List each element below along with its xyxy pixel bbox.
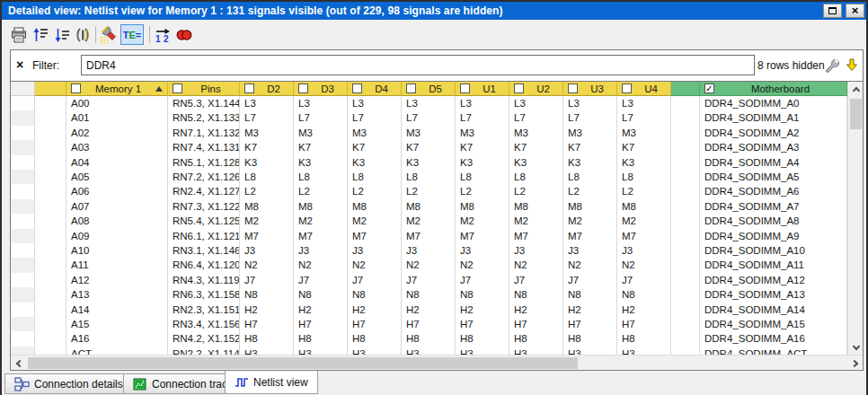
pins-cell[interactable]: RN2.3, X1.151	[168, 303, 240, 317]
chip-cell-u1[interactable]: H2	[456, 303, 509, 317]
chip-cell-u3[interactable]: M3	[563, 126, 617, 140]
chip-cell-d2[interactable]: M8	[240, 199, 294, 214]
tab-connection-details[interactable]: Connection details	[4, 373, 133, 394]
scroll-up-button[interactable]	[848, 82, 864, 97]
chip-cell-d3[interactable]: J7	[294, 273, 348, 287]
chip-cell-d5[interactable]: J7	[402, 273, 456, 287]
table-row[interactable]: A02RN7.1, X1.132M3M3M3M3M3M3M3M3DDR4_SOD…	[11, 126, 847, 140]
chip-cell-u3[interactable]: J7	[563, 273, 617, 287]
chip-cell-u4[interactable]: M3	[617, 126, 671, 140]
signal-cell[interactable]: A03	[66, 140, 168, 154]
chip-cell-d4[interactable]: L3	[348, 96, 402, 110]
motherboard-cell[interactable]: DDR4_SODIMM_A12	[700, 273, 847, 287]
chip-cell-d2[interactable]: H3	[240, 347, 294, 355]
close-button[interactable]: ×	[846, 4, 864, 18]
chip-cell-d4[interactable]: N8	[348, 287, 402, 302]
chip-cell-d5[interactable]: N8	[402, 287, 456, 302]
chip-cell-d4[interactable]: M2	[348, 214, 402, 228]
signal-cell[interactable]: A09	[66, 229, 168, 243]
chip-cell-d3[interactable]: J3	[294, 243, 348, 258]
chip-cell-u3[interactable]: L8	[563, 170, 617, 184]
chip-cell-d3[interactable]: K3	[294, 155, 348, 170]
column-header-d3[interactable]: D3	[294, 82, 348, 96]
chip-cell-u4[interactable]: N8	[617, 287, 671, 302]
chip-cell-u2[interactable]: H8	[509, 331, 563, 346]
chip-cell-d4[interactable]: K7	[348, 140, 402, 154]
highlight-filter-button[interactable]	[99, 24, 119, 45]
chip-cell-d5[interactable]: N2	[402, 258, 456, 272]
chip-cell-u2[interactable]: K3	[509, 155, 563, 170]
chip-cell-d4[interactable]: J7	[348, 273, 402, 287]
chip-cell-u4[interactable]: M8	[617, 199, 671, 214]
signal-cell[interactable]: A14	[66, 303, 168, 317]
signal-cell[interactable]: ACT	[66, 347, 168, 355]
chip-cell-d4[interactable]: H2	[348, 303, 402, 317]
chip-cell-d4[interactable]: H8	[348, 331, 402, 346]
chip-cell-d5[interactable]: L2	[402, 184, 456, 198]
chip-cell-u4[interactable]: N2	[617, 258, 671, 272]
horizontal-scroll-thumb[interactable]	[28, 357, 578, 369]
chip-cell-u3[interactable]: M7	[563, 229, 617, 243]
clear-filter-button[interactable]: ×	[16, 57, 23, 72]
pins-cell[interactable]: RN3.1, X1.146	[168, 243, 240, 258]
maximize-button[interactable]	[823, 4, 842, 18]
signal-cell[interactable]: A04	[66, 155, 168, 170]
chip-cell-u1[interactable]: K3	[456, 155, 509, 170]
motherboard-cell[interactable]: DDR4_SODIMM_A7	[700, 199, 847, 214]
table-row[interactable]: A10RN3.1, X1.146J3J3J3J3J3J3J3J3DDR4_SOD…	[11, 243, 847, 258]
chip-cell-d2[interactable]: K3	[240, 155, 294, 170]
chip-cell-u2[interactable]: L8	[509, 170, 563, 184]
signal-cell[interactable]: A06	[66, 184, 168, 198]
chip-cell-u3[interactable]: L7	[563, 110, 617, 125]
table-row[interactable]: A14RN2.3, X1.151H2H2H2H2H2H2H2H2DDR4_SOD…	[11, 303, 847, 317]
chip-cell-d4[interactable]: N2	[348, 258, 402, 272]
apply-filter-down-button[interactable]	[846, 58, 858, 75]
chip-cell-d3[interactable]: H3	[294, 347, 348, 355]
chip-cell-u4[interactable]: L8	[617, 170, 671, 184]
table-row[interactable]: A03RN7.4, X1.131K7K7K7K7K7K7K7K7DDR4_SOD…	[11, 140, 847, 154]
motherboard-cell[interactable]: DDR4_SODIMM_A3	[700, 140, 847, 154]
pins-cell[interactable]: RN2.4, X1.127	[168, 184, 240, 198]
chip-cell-d2[interactable]: L3	[240, 96, 294, 110]
signal-cell[interactable]: A16	[66, 331, 168, 346]
signal-cell[interactable]: A07	[66, 199, 168, 214]
motherboard-cell[interactable]: DDR4_SODIMM_A10	[700, 243, 847, 258]
chip-cell-d2[interactable]: J3	[240, 243, 294, 258]
chip-cell-d5[interactable]: M2	[402, 214, 456, 228]
chip-cell-d3[interactable]: L2	[294, 184, 348, 198]
pins-checkbox[interactable]	[173, 83, 182, 93]
motherboard-checkbox[interactable]: ✓	[704, 83, 714, 93]
table-row[interactable]: A08RN5.4, X1.125M2M2M2M2M2M2M2M2DDR4_SOD…	[11, 214, 847, 228]
chip-cell-u3[interactable]: L2	[563, 184, 617, 198]
signal-cell[interactable]: A10	[66, 243, 168, 258]
pins-cell[interactable]: RN7.2, X1.126	[168, 170, 240, 184]
chip-cell-d2[interactable]: H7	[240, 317, 294, 331]
chip-cell-u4[interactable]: L7	[617, 110, 671, 125]
table-row[interactable]: A16RN4.2, X1.152H8H8H8H8H8H8H8H8DDR4_SOD…	[11, 331, 847, 346]
column-header-u2[interactable]: U2	[509, 82, 563, 96]
chip-cell-d2[interactable]: M2	[240, 214, 294, 228]
table-row[interactable]: A07RN7.3, X1.122M8M8M8M8M8M8M8M8DDR4_SOD…	[11, 199, 847, 214]
chip-cell-d2[interactable]: N8	[240, 287, 294, 302]
d3-checkbox[interactable]	[298, 83, 308, 93]
chip-cell-d4[interactable]: M7	[348, 229, 402, 243]
chip-cell-d5[interactable]: M3	[402, 126, 456, 140]
column-header-u3[interactable]: U3	[563, 82, 617, 96]
table-row[interactable]: A00RN5.3, X1.144L3L3L3L3L3L3L3L3DDR4_SOD…	[11, 96, 847, 110]
chip-cell-u1[interactable]: N2	[456, 258, 509, 272]
chip-cell-u1[interactable]: J7	[456, 273, 509, 287]
chip-cell-u4[interactable]: L2	[617, 184, 671, 198]
chip-cell-u1[interactable]: L3	[456, 96, 509, 110]
motherboard-cell[interactable]: DDR4_SODIMM_A16	[700, 331, 847, 346]
chip-cell-d5[interactable]: K7	[402, 140, 456, 154]
chip-cell-d5[interactable]: K3	[402, 155, 456, 170]
scroll-left-button[interactable]	[11, 356, 26, 371]
chip-cell-u2[interactable]: H3	[509, 347, 563, 355]
signal-cell[interactable]: A05	[66, 170, 168, 184]
chip-cell-u4[interactable]: M2	[617, 214, 671, 228]
chip-cell-u1[interactable]: M8	[456, 199, 509, 214]
signal-cell[interactable]: A15	[66, 317, 168, 331]
chip-cell-d3[interactable]: L7	[294, 110, 348, 125]
te-signal-filter-toggle[interactable]: TE=	[120, 24, 144, 45]
chip-cell-u1[interactable]: M2	[456, 214, 509, 228]
